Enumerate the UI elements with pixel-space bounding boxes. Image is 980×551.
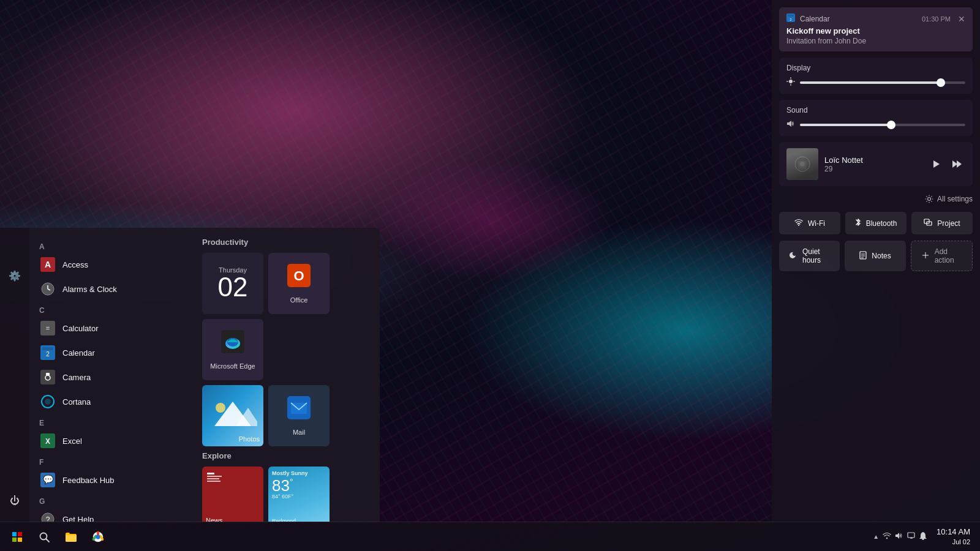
app-item-alarms[interactable]: Alarms & Clock	[34, 277, 190, 301]
svg-rect-63	[12, 538, 17, 542]
notif-title: Kickoff new project	[786, 26, 965, 36]
tile-photos[interactable]: Photos	[202, 385, 263, 446]
svg-rect-34	[207, 478, 219, 479]
display-slider-thumb[interactable]	[937, 78, 945, 87]
system-tray: ▲	[868, 531, 932, 542]
quick-actions-grid: Wi-Fi Bluetooth Project	[779, 212, 973, 234]
app-label-calculator: Calculator	[62, 324, 99, 333]
music-info: Loïc Nottet 29	[824, 156, 921, 173]
svg-text:A: A	[45, 260, 51, 269]
calendar-icon: 2	[39, 344, 56, 361]
file-explorer-button[interactable]	[59, 525, 83, 549]
svg-point-28	[216, 403, 225, 413]
display-slider-row	[786, 77, 965, 88]
start-button[interactable]	[5, 525, 29, 549]
svg-rect-33	[207, 476, 222, 477]
wifi-button[interactable]: Wi-Fi	[779, 212, 840, 234]
taskbar-right: ▲	[868, 527, 975, 547]
app-item-calendar[interactable]: 2 Calendar	[34, 340, 190, 365]
app-item-feedback[interactable]: 💬 Feedback Hub	[34, 468, 190, 492]
tile-office[interactable]: O Office	[268, 253, 330, 314]
notif-close-button[interactable]: ✕	[958, 14, 965, 24]
tile-calendar[interactable]: Thursday 02	[202, 253, 263, 314]
news-tile-icon	[206, 470, 260, 492]
app-item-gethelp[interactable]: ? Get Help	[34, 507, 190, 522]
svg-text:=: =	[46, 324, 50, 332]
project-button[interactable]: Project	[911, 212, 973, 234]
svg-marker-71	[895, 533, 899, 539]
app-label-excel: Excel	[62, 437, 82, 446]
tile-news[interactable]: News	[202, 467, 263, 522]
sound-control: Sound	[779, 100, 973, 136]
start-edge-spacer	[4, 238, 26, 260]
app-item-calculator[interactable]: = Calculator	[34, 316, 190, 340]
section-letter-a: A	[34, 240, 190, 252]
volume-icon[interactable]	[895, 532, 903, 541]
app-item-camera[interactable]: Camera	[34, 365, 190, 389]
svg-text:💬: 💬	[43, 474, 54, 485]
app-label-calendar: Calendar	[62, 348, 95, 358]
sound-slider-track[interactable]	[800, 124, 965, 126]
start-power-button[interactable]: ⏻	[4, 490, 26, 512]
project-icon	[924, 219, 932, 228]
svg-marker-49	[952, 160, 957, 168]
music-skip-button[interactable]	[948, 156, 965, 173]
sound-slider-thumb[interactable]	[887, 121, 895, 129]
quiet-hours-button[interactable]: Quiet hours	[779, 241, 840, 271]
add-icon	[921, 251, 930, 261]
section-letter-g: G	[34, 495, 190, 507]
calendar-notification: 2 Calendar 01:30 PM ✕ Kickoff new projec…	[779, 7, 973, 51]
svg-rect-72	[908, 533, 914, 538]
gethelp-icon: ?	[39, 511, 56, 522]
app-item-excel[interactable]: X Excel	[34, 429, 190, 453]
productivity-tiles-row: Thursday 02 O Office	[202, 253, 372, 380]
svg-point-69	[96, 534, 100, 539]
svg-point-65	[40, 533, 47, 539]
svg-marker-50	[957, 160, 962, 168]
all-settings-button[interactable]: All settings	[779, 192, 973, 206]
chrome-icon	[92, 531, 104, 542]
display-slider-track[interactable]	[800, 81, 965, 84]
notif-calendar-icon: 2	[786, 13, 795, 24]
photos-tile-label: Photos	[239, 435, 260, 443]
search-button[interactable]	[32, 525, 56, 549]
taskbar-time: 10:14 AM	[937, 527, 970, 538]
svg-point-14	[45, 399, 51, 405]
tray-expand-button[interactable]: ▲	[873, 533, 879, 540]
notes-button[interactable]: Notes	[845, 241, 905, 271]
music-artist: Loïc Nottet	[824, 156, 921, 165]
taskbar-datetime[interactable]: 10:14 AM Jul 02	[937, 527, 975, 547]
quiet-hours-icon	[789, 251, 797, 261]
svg-rect-12	[46, 373, 50, 375]
svg-text:O: O	[293, 268, 304, 283]
start-menu: ⚙️ ⏻ A A Access Al	[0, 228, 380, 522]
app-item-cortana[interactable]: Cortana	[34, 389, 190, 414]
network-icon[interactable]	[883, 532, 891, 541]
svg-text:2: 2	[46, 351, 50, 358]
svg-text:X: X	[45, 437, 50, 446]
notification-bell-icon[interactable]	[919, 531, 927, 542]
display-icon[interactable]	[907, 532, 916, 541]
edge-tile-icon	[221, 330, 244, 359]
bluetooth-icon	[855, 218, 861, 228]
project-label: Project	[937, 219, 960, 228]
music-player: Loïc Nottet 29	[779, 142, 973, 186]
productivity-section-title: Productivity	[202, 238, 372, 247]
tile-mail[interactable]: Mail	[268, 385, 330, 446]
start-settings-button[interactable]: ⚙️	[4, 264, 26, 287]
svg-line-66	[47, 539, 50, 542]
cortana-icon	[39, 393, 56, 410]
edge-tile-label: Microsoft Edge	[210, 362, 255, 370]
music-play-button[interactable]	[927, 156, 944, 173]
chrome-button[interactable]	[86, 525, 110, 549]
sound-label: Sound	[786, 106, 965, 114]
bluetooth-button[interactable]: Bluetooth	[845, 212, 907, 234]
feedback-icon: 💬	[39, 471, 56, 489]
calendar-day-num: 02	[218, 274, 248, 301]
add-action-button[interactable]: Add action	[911, 241, 973, 271]
tile-edge[interactable]: Microsoft Edge	[202, 319, 263, 380]
tile-weather[interactable]: Mostly Sunny 83° 84° 60F° Redmond	[268, 467, 330, 522]
notes-label: Notes	[872, 252, 891, 260]
sound-slider-fill	[800, 124, 891, 126]
app-item-access[interactable]: A Access	[34, 252, 190, 277]
